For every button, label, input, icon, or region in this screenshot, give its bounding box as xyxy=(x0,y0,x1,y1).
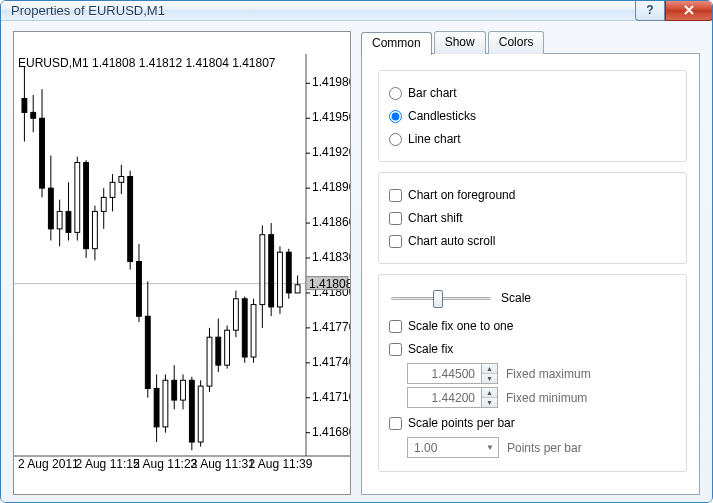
chart-options-group: Chart on foreground Chart shift Chart au… xyxy=(378,172,687,264)
checkbox-chart-shift[interactable] xyxy=(389,212,402,225)
svg-rect-55 xyxy=(137,261,142,316)
chevron-down-icon: ▼ xyxy=(486,443,494,452)
checkbox-auto-scroll[interactable] xyxy=(389,235,402,248)
dialog-content: 1.419801.419501.419201.418901.418601.418… xyxy=(1,21,712,503)
svg-text:?: ? xyxy=(646,4,653,16)
svg-rect-91 xyxy=(295,285,300,293)
label-line-chart: Line chart xyxy=(408,132,461,146)
svg-text:1.41980: 1.41980 xyxy=(312,75,350,89)
fixed-min-spinbox[interactable]: ▲▼ xyxy=(407,387,498,408)
svg-rect-67 xyxy=(189,380,194,442)
spin-buttons[interactable]: ▲▼ xyxy=(481,387,498,408)
svg-rect-63 xyxy=(172,380,177,400)
scale-group: Scale Scale fix one to one Scale fix ▲▼ xyxy=(378,274,687,472)
tab-strip: Common Show Colors xyxy=(361,31,700,54)
fixed-min-input[interactable] xyxy=(407,387,481,408)
label-bar-chart: Bar chart xyxy=(408,86,457,100)
svg-text:2 Aug 11:39: 2 Aug 11:39 xyxy=(248,457,312,471)
svg-rect-79 xyxy=(242,299,247,357)
svg-rect-83 xyxy=(260,235,265,305)
label-ppb: Points per bar xyxy=(507,441,582,455)
svg-text:1.41710: 1.41710 xyxy=(312,390,350,404)
svg-text:2 Aug 2011: 2 Aug 2011 xyxy=(18,457,79,471)
svg-text:1.41680: 1.41680 xyxy=(312,425,350,439)
svg-text:2 Aug 11:31: 2 Aug 11:31 xyxy=(191,457,255,471)
svg-rect-69 xyxy=(198,386,203,442)
checkbox-points-per-bar[interactable] xyxy=(389,417,402,430)
spin-down-icon[interactable]: ▼ xyxy=(482,374,497,383)
slider-thumb[interactable] xyxy=(433,290,443,308)
svg-rect-57 xyxy=(145,316,150,388)
svg-text:2 Aug 11:15: 2 Aug 11:15 xyxy=(76,457,140,471)
window-buttons: ? xyxy=(635,1,713,20)
spin-down-icon[interactable]: ▼ xyxy=(482,398,497,407)
title-bar: Properties of EURUSD,M1 ? xyxy=(1,1,712,21)
candlestick-chart: 1.419801.419501.419201.418901.418601.418… xyxy=(14,32,350,494)
label-candlesticks: Candlesticks xyxy=(408,109,476,123)
svg-text:1.41830: 1.41830 xyxy=(312,250,350,264)
tab-show[interactable]: Show xyxy=(434,31,486,54)
spin-up-icon[interactable]: ▲ xyxy=(482,364,497,374)
question-icon: ? xyxy=(644,4,656,16)
svg-text:1.41770: 1.41770 xyxy=(312,320,350,334)
svg-rect-39 xyxy=(66,211,71,232)
close-icon xyxy=(683,4,695,16)
tab-panel-common: Bar chart Candlesticks Line chart Chart xyxy=(361,53,700,495)
svg-rect-71 xyxy=(207,337,212,386)
fixed-max-spinbox[interactable]: ▲▼ xyxy=(407,363,498,384)
close-window-button[interactable] xyxy=(665,1,713,21)
radio-line-chart[interactable] xyxy=(389,133,402,146)
svg-rect-77 xyxy=(233,299,238,330)
radio-candlesticks[interactable] xyxy=(389,110,402,123)
svg-rect-33 xyxy=(40,118,45,188)
label-points-per-bar: Scale points per bar xyxy=(408,416,515,430)
svg-rect-81 xyxy=(251,305,256,357)
fixed-max-input[interactable] xyxy=(407,363,481,384)
radio-bar-chart[interactable] xyxy=(389,87,402,100)
svg-rect-73 xyxy=(216,337,221,365)
svg-rect-87 xyxy=(278,252,283,307)
dialog-window: Properties of EURUSD,M1 ? 1.419801.41950… xyxy=(0,0,713,503)
svg-rect-75 xyxy=(225,330,230,365)
tab-colors[interactable]: Colors xyxy=(488,31,545,54)
chart-preview-panel: 1.419801.419501.419201.418901.418601.418… xyxy=(13,31,351,495)
label-scale-fix: Scale fix xyxy=(408,342,453,356)
label-chart-shift: Chart shift xyxy=(408,211,463,225)
svg-rect-61 xyxy=(163,380,168,427)
points-per-bar-combo[interactable]: 1.00 ▼ xyxy=(407,437,499,458)
label-auto-scroll: Chart auto scroll xyxy=(408,234,495,248)
svg-rect-89 xyxy=(286,252,291,293)
svg-rect-41 xyxy=(75,162,80,232)
chart-preview: 1.419801.419501.419201.418901.418601.418… xyxy=(13,31,351,495)
chart-type-group: Bar chart Candlesticks Line chart xyxy=(378,70,687,162)
label-foreground: Chart on foreground xyxy=(408,188,515,202)
svg-text:1.41950: 1.41950 xyxy=(312,110,350,124)
svg-rect-53 xyxy=(128,176,133,261)
svg-rect-59 xyxy=(154,388,159,426)
svg-text:1.41860: 1.41860 xyxy=(312,215,350,229)
svg-text:1.41920: 1.41920 xyxy=(312,145,350,159)
spin-up-icon[interactable]: ▲ xyxy=(482,388,497,398)
spin-buttons[interactable]: ▲▼ xyxy=(481,363,498,384)
tab-common[interactable]: Common xyxy=(361,32,432,55)
svg-text:1.41808: 1.41808 xyxy=(309,277,350,291)
label-fix-one-to-one: Scale fix one to one xyxy=(408,319,513,333)
checkbox-foreground[interactable] xyxy=(389,189,402,202)
svg-rect-51 xyxy=(119,176,124,182)
label-fixed-min: Fixed minimum xyxy=(506,391,587,405)
svg-rect-85 xyxy=(269,235,274,307)
svg-rect-31 xyxy=(31,112,36,118)
settings-panel: Common Show Colors Bar chart Candlestick… xyxy=(361,31,700,495)
scale-slider[interactable] xyxy=(389,287,493,309)
svg-text:2 Aug 11:23: 2 Aug 11:23 xyxy=(133,457,197,471)
svg-text:1.41890: 1.41890 xyxy=(312,180,350,194)
svg-rect-45 xyxy=(92,211,97,248)
help-window-button[interactable]: ? xyxy=(635,1,665,21)
svg-rect-29 xyxy=(22,98,27,112)
svg-rect-49 xyxy=(110,182,115,197)
checkbox-fix-one-to-one[interactable] xyxy=(389,320,402,333)
svg-text:EURUSD,M1  1.41808 1.41812 1.4: EURUSD,M1 1.41808 1.41812 1.41804 1.4180… xyxy=(18,56,276,70)
svg-rect-37 xyxy=(57,211,62,228)
label-scale: Scale xyxy=(501,291,531,305)
checkbox-scale-fix[interactable] xyxy=(389,343,402,356)
